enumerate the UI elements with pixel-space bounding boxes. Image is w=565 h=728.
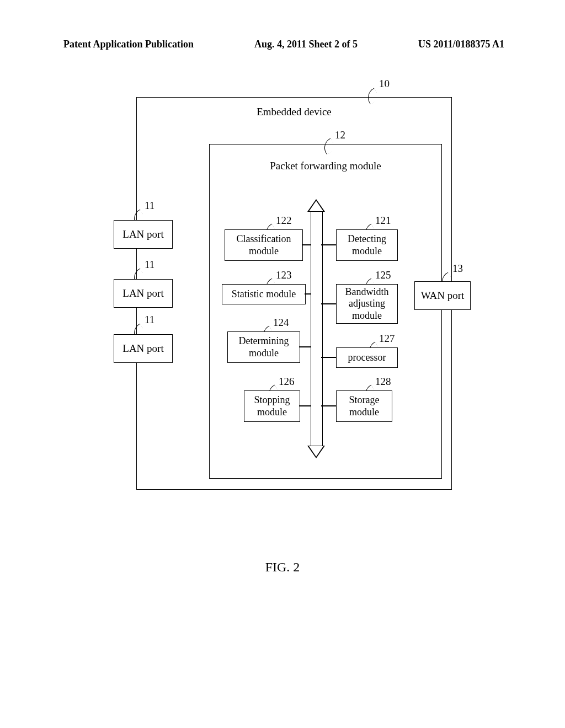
ref-121: 121 bbox=[375, 215, 391, 227]
statistic-module: Statistic module bbox=[222, 284, 306, 304]
ref-12: 12 bbox=[335, 129, 345, 141]
ref-124: 124 bbox=[273, 317, 289, 329]
connector bbox=[321, 357, 336, 358]
ref-123: 123 bbox=[276, 269, 292, 281]
ref-13: 13 bbox=[452, 263, 463, 275]
detecting-module: Detecting module bbox=[336, 229, 398, 261]
packet-forwarding-title: Packet forwarding module bbox=[210, 160, 441, 172]
lan-port-2: LAN port bbox=[114, 279, 173, 308]
ref-11b: 11 bbox=[145, 259, 154, 271]
ref-126: 126 bbox=[279, 376, 295, 388]
bandwidth-module: Bandwidth adjusting module bbox=[336, 284, 398, 324]
ref-125: 125 bbox=[375, 269, 391, 281]
connector bbox=[302, 244, 311, 245]
ref-122: 122 bbox=[276, 215, 292, 227]
lan-port-1: LAN port bbox=[114, 220, 173, 249]
packet-forwarding-box: Packet forwarding module bbox=[209, 144, 442, 479]
connector bbox=[305, 293, 311, 295]
connector bbox=[299, 405, 311, 406]
lan-port-3: LAN port bbox=[114, 334, 173, 363]
center-bus-arrow bbox=[307, 199, 325, 458]
diagram: 10 Embedded device 12 Packet forwarding … bbox=[89, 78, 476, 489]
classification-module: Classification module bbox=[225, 229, 303, 261]
ref-127: 127 bbox=[379, 333, 395, 345]
ref-10: 10 bbox=[379, 78, 390, 90]
embedded-device-title: Embedded device bbox=[137, 106, 451, 118]
header-middle: Aug. 4, 2011 Sheet 2 of 5 bbox=[254, 39, 358, 50]
ref-11c: 11 bbox=[145, 314, 154, 326]
connector bbox=[299, 346, 311, 347]
determining-module: Determining module bbox=[227, 331, 300, 363]
header-right: US 2011/0188375 A1 bbox=[418, 39, 504, 50]
bandwidth-line1: Bandwidth bbox=[345, 286, 389, 298]
connector bbox=[321, 244, 336, 245]
connector bbox=[321, 303, 336, 304]
ref-128: 128 bbox=[375, 376, 391, 388]
header-left: Patent Application Publication bbox=[63, 39, 194, 50]
storage-module: Storage module bbox=[336, 390, 392, 422]
processor-module: processor bbox=[336, 347, 398, 368]
page-header: Patent Application Publication Aug. 4, 2… bbox=[0, 0, 565, 61]
bandwidth-line2: adjusting bbox=[349, 298, 385, 310]
connector bbox=[321, 405, 336, 406]
figure-caption: FIG. 2 bbox=[0, 560, 565, 575]
stopping-module: Stopping module bbox=[244, 390, 300, 422]
bandwidth-line3: module bbox=[352, 310, 382, 322]
wan-port: WAN port bbox=[414, 281, 471, 310]
ref-11a: 11 bbox=[145, 200, 154, 212]
